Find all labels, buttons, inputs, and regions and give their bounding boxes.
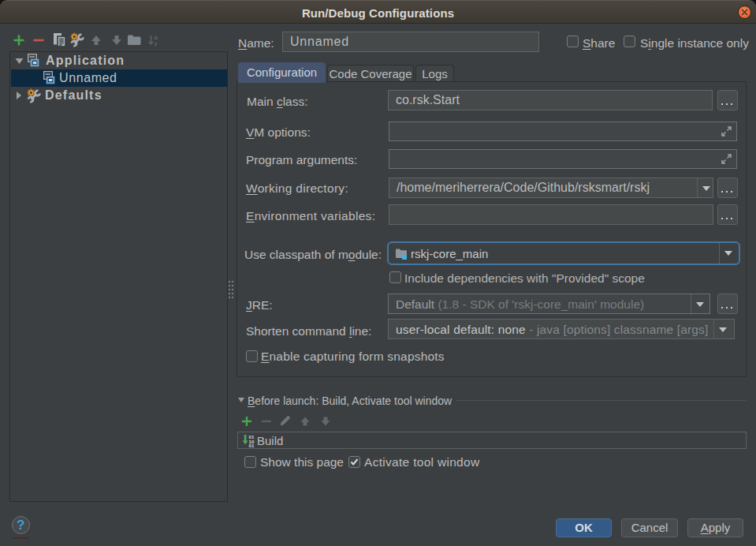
svg-text:z: z <box>155 40 158 47</box>
svg-text:01: 01 <box>249 443 255 447</box>
